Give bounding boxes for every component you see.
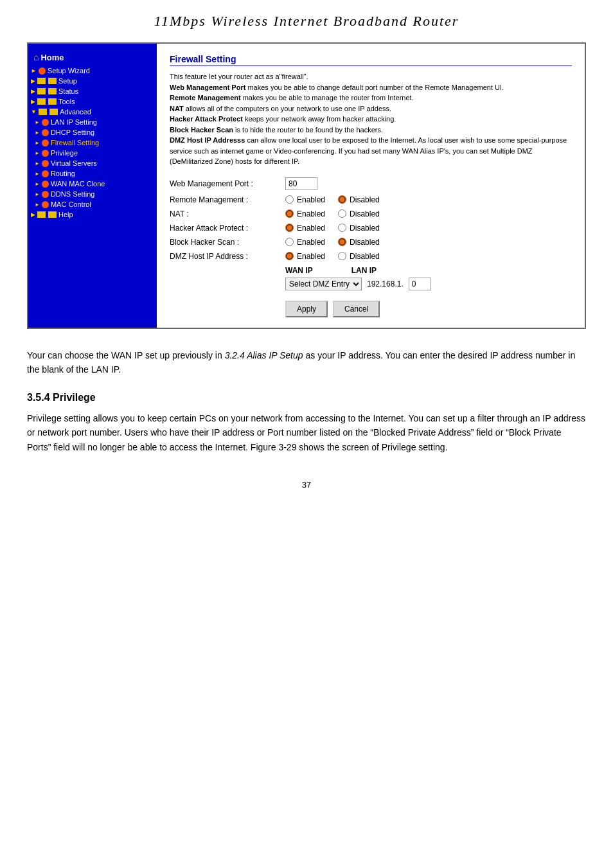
arrow-icon: ► (35, 202, 40, 208)
sidebar-item-advanced[interactable]: ▼ Advanced (28, 107, 157, 117)
nat-enabled[interactable]: Enabled (285, 209, 325, 218)
lan-ip-input[interactable] (409, 278, 431, 290)
gear-icon (39, 67, 46, 75)
block-hacker-enabled[interactable]: Enabled (285, 238, 325, 247)
para1-italic: 3.2.4 Alias IP Setup (225, 350, 303, 360)
enabled-label: Enabled (297, 252, 325, 261)
folder-icon (37, 211, 46, 218)
home-icon: ⌂ (33, 52, 39, 62)
web-mgmt-port-label: Web Management Port : (170, 179, 285, 188)
remote-mgmt-disabled[interactable]: Disabled (338, 195, 380, 204)
hacker-attack-controls: Enabled Disabled (285, 224, 380, 233)
section-354-title: 3.5.4 Privilege (27, 389, 586, 406)
gear-icon (42, 201, 49, 208)
disabled-label: Disabled (350, 195, 380, 204)
sidebar-item-help[interactable]: ▶ Help (28, 209, 157, 220)
folder-icon (37, 98, 46, 105)
sidebar-item-wan-mac[interactable]: ► WAN MAC Clone (28, 179, 157, 189)
sidebar-item-privilege[interactable]: ► Privilege (28, 148, 157, 158)
arrow-icon: ► (35, 191, 40, 197)
dmz-label: DMZ Host IP Address : (170, 252, 285, 261)
folder-icon (37, 88, 46, 94)
cancel-button[interactable]: Cancel (333, 301, 380, 317)
disabled-label: Disabled (350, 238, 380, 247)
sidebar: ⌂ Home ► Setup Wizard ▶ Setup ▶ Status ▶ (28, 44, 157, 328)
enabled-label: Enabled (297, 195, 325, 204)
desc-line6: Block Hacker Scan is to hide the router … (170, 126, 383, 134)
web-mgmt-controls (285, 177, 317, 190)
sidebar-item-status[interactable]: ▶ Status (28, 86, 157, 96)
sidebar-label: DHCP Setting (51, 128, 94, 136)
gear-icon (42, 139, 49, 146)
sidebar-routing-label: Routing (51, 170, 75, 177)
hacker-attack-row: Hacker Attack Protect : Enabled Disabled (170, 224, 572, 233)
arrow-icon: ► (35, 120, 40, 125)
arrow-icon: ► (35, 130, 40, 136)
sidebar-label: MAC Control (51, 200, 91, 208)
arrow-icon: ► (35, 161, 40, 166)
web-mgmt-port-input[interactable] (285, 177, 317, 190)
desc-line7: DMZ Host IP Addresss can allow one local… (170, 136, 567, 165)
router-ui: ⌂ Home ► Setup Wizard ▶ Setup ▶ Status ▶ (27, 42, 586, 329)
sidebar-item-tools[interactable]: ▶ Tools (28, 96, 157, 107)
disabled-label: Disabled (350, 209, 380, 218)
page-number: 37 (26, 480, 587, 490)
remote-mgmt-enabled[interactable]: Enabled (285, 195, 325, 204)
folder-icon2 (48, 88, 57, 94)
sidebar-item-setup-wizard[interactable]: ► Setup Wizard (28, 66, 157, 76)
section-354-body: Privilege setting allows you to keep cer… (27, 411, 586, 454)
desc-line3: Remote Management makes you be able to m… (170, 94, 414, 102)
sidebar-label: Status (58, 87, 78, 95)
remote-mgmt-controls: Enabled Disabled (285, 195, 380, 204)
enabled-label: Enabled (297, 224, 325, 233)
hacker-attack-disabled[interactable]: Disabled (338, 224, 380, 233)
button-row: Apply Cancel (170, 301, 572, 317)
dmz-enabled[interactable]: Enabled (285, 252, 325, 261)
dmz-row: DMZ Host IP Address : Enabled Disabled (170, 252, 572, 261)
sidebar-label: LAN IP Setting (51, 118, 97, 126)
sidebar-item-dhcp[interactable]: ► DHCP Setting (28, 127, 157, 137)
nat-disabled[interactable]: Disabled (338, 209, 380, 218)
sidebar-firewall-label: Firewall Setting (51, 139, 99, 146)
gear-icon (42, 150, 49, 157)
firewall-section-title: Firewall Setting (170, 54, 572, 66)
desc-line5: Hacker Attack Protect keeps your network… (170, 115, 396, 123)
dmz-disabled[interactable]: Disabled (338, 252, 380, 261)
gear-icon (42, 160, 49, 167)
enabled-label: Enabled (297, 238, 325, 247)
disabled-label: Disabled (350, 252, 380, 261)
hacker-attack-label: Hacker Attack Protect : (170, 224, 285, 233)
disabled-label: Disabled (350, 224, 380, 233)
main-content: Firewall Setting This feature let your r… (157, 44, 585, 328)
sidebar-item-setup[interactable]: ▶ Setup (28, 76, 157, 86)
expand-icon: ► (31, 67, 37, 74)
sidebar-label: DDNS Setting (51, 190, 94, 198)
page-title: 11Mbps Wireless Internet Broadband Route… (26, 13, 587, 30)
section-354: 3.5.4 Privilege Privilege setting allows… (27, 389, 586, 454)
block-hacker-disabled[interactable]: Disabled (338, 238, 380, 247)
hacker-attack-enabled[interactable]: Enabled (285, 224, 325, 233)
sidebar-item-lan-ip[interactable]: ► LAN IP Setting (28, 117, 157, 127)
apply-button[interactable]: Apply (285, 301, 328, 317)
folder-icon2 (49, 109, 58, 115)
sidebar-label: Setup Wizard (48, 67, 90, 75)
select-dmz-entry[interactable]: Select DMZ Entry (285, 278, 362, 290)
sidebar-item-routing[interactable]: ► Routing (28, 168, 157, 179)
sidebar-item-ddns[interactable]: ► DDNS Setting (28, 189, 157, 199)
folder-icon2 (48, 211, 57, 218)
block-hacker-row: Block Hacker Scan : Enabled Disabled (170, 238, 572, 247)
collapse-icon: ▶ (31, 98, 35, 105)
sidebar-item-firewall[interactable]: ► Firewall Setting (28, 137, 157, 148)
sidebar-item-virtual-servers[interactable]: ► Virtual Servers (28, 158, 157, 168)
desc-line1: This feature let your router act as a"fi… (170, 73, 308, 80)
desc-line2: Web Management Port makes you be able to… (170, 84, 504, 91)
sidebar-home[interactable]: ⌂ Home (28, 49, 157, 66)
desc-line4: NAT allows all of the computers on your … (170, 105, 391, 112)
lan-ip-label: LAN IP (351, 266, 377, 275)
nat-controls: Enabled Disabled (285, 209, 380, 218)
expand-icon: ▶ (31, 211, 35, 218)
gear-icon (42, 170, 49, 177)
folder-icon2 (48, 98, 57, 105)
sidebar-item-mac-control[interactable]: ► MAC Control (28, 199, 157, 209)
remote-mgmt-label: Remote Management : (170, 195, 285, 204)
